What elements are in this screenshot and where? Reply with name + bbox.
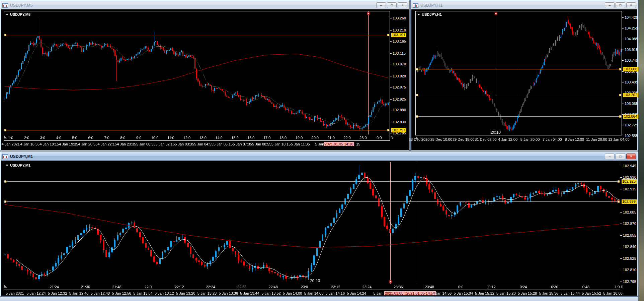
usdjpy-m5-chart-canvas[interactable] [4,11,390,141]
time-scale-row1[interactable]: 1:02:03:04:05:06:07:08:09:010:011:012:01… [4,136,390,140]
price-tick-mark [622,136,624,136]
time-label: 7:0 [104,136,109,140]
close-button[interactable]: × [398,2,407,8]
time-label: 6:0 [88,136,93,140]
chart-symbol-text: USDJPY,M1 [10,163,30,167]
chart-client-area[interactable]: USDJPY,M5103.260103.210103.165103.115103… [1,9,409,150]
chart-symbol-label[interactable]: USDJPY,H1 [417,12,442,16]
titlebar[interactable]: USDJPY,M5 – □ × [1,1,409,9]
price-tick-mark [620,166,622,166]
price-tick-mark [390,133,392,133]
chart-symbol-label[interactable]: USDJPY,M1 [6,163,30,167]
date-label: 5 Jan 14:08 [304,291,324,295]
price-tick-label: 102.830 [393,120,406,124]
minimize-button[interactable]: – [605,154,615,159]
time-scale-dates[interactable]: 4 Jan 20214 Jan 16:554 Jan 18:154 Jan 19… [4,142,403,147]
chart-window-icon [413,3,418,8]
time-label: 18:0 [279,136,287,140]
date-label: 8 Jan 12:00 [565,137,584,141]
price-tick-label: 102.825 [623,256,636,260]
time-label: 19:0 [296,136,303,140]
price-tick-mark [390,30,392,31]
axis-scroll-arrow-icon[interactable] [4,285,7,288]
usdjpy-h1-chart-canvas[interactable] [415,11,622,135]
price-scale[interactable]: 102.945102.930102.915102.885102.870102.8… [620,162,638,291]
price-scale[interactable]: 103.260103.210103.165103.115103.070103.0… [390,11,409,141]
price-tick-label: 102.915 [623,187,636,191]
price-tick-label: 102.870 [623,222,636,226]
date-label: 5 Jan 12:40 [69,291,89,295]
price-tick-mark [622,50,624,50]
minimize-button[interactable]: – [376,2,386,8]
price-tick-label: 103.070 [393,62,406,66]
price-tick-label: 104.085 [625,37,638,41]
date-label: 28 Dec 10:00 [430,137,452,141]
date-label: 5 Jan 2021 [6,291,24,295]
titlebar[interactable]: USDJPY,M1 – □ × [1,152,637,161]
time-label: 10:0 [151,136,158,140]
date-label: 5 Jan 15:36 [539,291,559,295]
time-label: 21:0 [327,136,334,140]
minimize-button[interactable]: – [605,2,615,8]
date-label: 5 Jan 04:55 [194,142,214,146]
date-label: 5 Jan 15:28 [518,291,537,295]
highlighted-date-label: 2021.01.05 14:10 [324,142,354,146]
axis-scroll-arrow-icon[interactable] [416,136,419,139]
window-title: USDJPY,H1 [420,3,442,8]
date-label: 5 Jan 12:48 [91,291,110,295]
price-tick-mark [620,258,622,259]
price-level-badge: 102.899 [622,199,637,204]
mdi-bottom-edge [0,297,638,301]
price-tick-label: 102.840 [623,245,636,249]
maximize-button[interactable]: □ [387,2,397,8]
date-label: 5 Jan 13:44 [240,291,259,295]
time-label: 20:0 [312,136,319,140]
maximize-button[interactable]: □ [616,2,625,8]
chart-client-area[interactable]: USDJPY,M1102.945102.930102.915102.885102… [1,161,637,296]
time-scale-row1[interactable]: 21:2421:3621:4822:022:1222:2422:3622:482… [4,285,620,290]
chart-symbol-label[interactable]: USDJPY,M5 [6,12,30,16]
dropdown-arrow-icon [6,165,8,166]
time-label: 0:12 [488,285,495,289]
window-title: USDJPY,M1 [10,154,33,159]
price-level-badge: 102.925 [622,179,637,184]
price-scale[interactable]: 104.425104.255104.085103.915103.745103.5… [622,11,637,142]
date-label: 5 Jan 15:12 [475,291,494,295]
price-tick-mark [620,270,622,270]
date-label: 5 Jan 10:15 [271,142,291,146]
time-scale-dates[interactable]: 5 Jan 20215 Jan 12:245 Jan 12:325 Jan 12… [4,291,634,296]
time-label: 22:0 [343,136,350,140]
close-button[interactable]: × [626,154,636,159]
time-label: 0:48 [582,285,589,289]
price-tick-label: 102.725 [625,123,638,127]
titlebar[interactable]: USDJPY,H1 – □ × [411,1,637,9]
price-tick-mark [390,76,392,76]
price-tick-label: 102.975 [393,85,406,89]
maximize-button[interactable]: □ [616,154,625,159]
highlighted-date-label: 2021.01.05 14:50 [405,291,436,295]
date-label: 5 Jan 15:04 [454,291,473,295]
date-label: 4 Jan 23:35 [117,142,136,146]
date-label: 5 Jan 15:52 [582,291,601,295]
price-tick-label: 103.405 [625,80,638,84]
price-tick-mark [620,282,622,282]
axis-scroll-arrow-icon[interactable] [4,135,7,138]
time-label: 4:0 [56,136,61,140]
usdjpy-m1-chart-canvas[interactable] [4,162,620,290]
desktop-wallpaper-strip [638,0,644,301]
time-label: 8:0 [120,136,125,140]
price-tick-mark [620,212,622,213]
date-label: 5 Jan 07:35 [233,142,252,146]
date-label: 5 Jan 14:24 [347,291,366,295]
price-tick-label: 102.795 [623,280,636,284]
chart-shift-marker: Đ [391,136,393,140]
time-label: 22:48 [268,285,278,289]
chart-symbol-text: USDJPY,M5 [10,12,30,16]
price-tick-mark [622,104,624,104]
chart-client-area[interactable]: USDJPY,H1104.425104.255104.085103.915103… [411,9,637,150]
price-level-badge: 103.202 [623,93,638,97]
price-tick-mark [390,87,392,87]
price-tick-label: 102.885 [623,210,636,214]
close-button[interactable]: × [626,2,636,8]
time-scale-dates[interactable]: 23 Dec 202028 Dec 10:0029 Dec 18:0031 De… [415,137,635,142]
